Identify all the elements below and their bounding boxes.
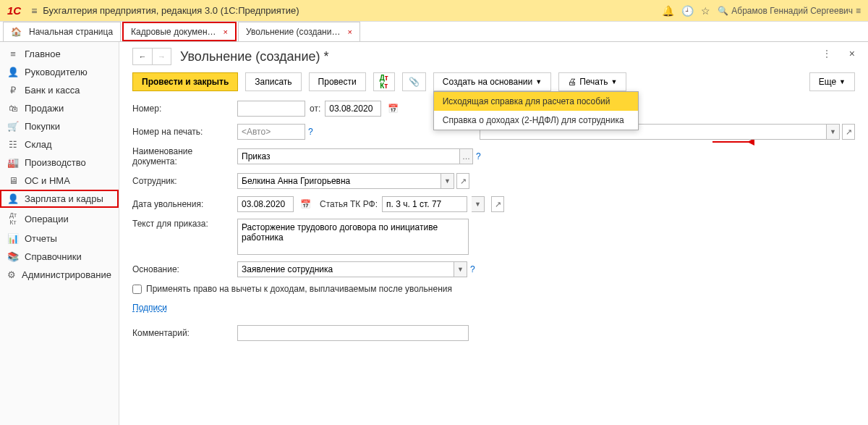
- bag-icon: 🛍: [7, 103, 19, 114]
- open-icon[interactable]: ↗: [456, 173, 469, 189]
- page-title: Увольнение (создание) *: [180, 49, 329, 64]
- sidebar-item-sales[interactable]: 🛍Продажи: [0, 99, 119, 117]
- tab-home[interactable]: 🏠 Начальная страница: [3, 22, 121, 41]
- sidebar: ≡Главное 👤Руководителю ₽Банк и касса 🛍Пр…: [0, 42, 119, 425]
- row-order-text: Текст для приказа:: [132, 219, 855, 255]
- menu-item-income-cert[interactable]: Справка о доходах (2-НДФЛ) для сотрудник…: [434, 111, 638, 130]
- person-icon: 👤: [7, 193, 19, 204]
- close-page-icon[interactable]: ×: [849, 48, 855, 59]
- label-dismiss-date: Дата увольнения:: [132, 199, 237, 209]
- row-dismiss-date: Дата увольнения: 📅 Статья ТК РФ: ▼ ↗: [132, 195, 855, 213]
- row-comment: Комментарий:: [132, 324, 855, 342]
- dropdown-icon[interactable]: ▼: [472, 196, 485, 212]
- hint-icon[interactable]: ?: [470, 264, 475, 274]
- sidebar-item-operations[interactable]: ДтКтОперации: [0, 208, 119, 230]
- employee-input[interactable]: [237, 173, 441, 189]
- printer-icon: 🖨: [568, 77, 576, 87]
- signatures-link[interactable]: Подписи: [132, 303, 167, 313]
- label-doc-name: Наименование документа:: [132, 146, 237, 167]
- post-button[interactable]: Провести: [309, 72, 366, 91]
- box-icon: ☷: [7, 139, 19, 150]
- sidebar-item-assets[interactable]: 🖥ОС и НМА: [0, 172, 119, 190]
- dropdown-icon[interactable]: ▼: [827, 124, 840, 140]
- sidebar-item-manager[interactable]: 👤Руководителю: [0, 63, 119, 81]
- hint-icon[interactable]: ?: [476, 151, 481, 161]
- sidebar-item-production[interactable]: 🏭Производство: [0, 153, 119, 172]
- label-from: от:: [310, 104, 320, 114]
- label-comment: Комментарий:: [132, 328, 237, 338]
- history-icon[interactable]: 🕘: [681, 5, 694, 17]
- home-icon: 🏠: [11, 27, 22, 37]
- number-input[interactable]: [237, 101, 305, 117]
- logo-1c: 1C: [7, 4, 21, 17]
- sidebar-item-catalogs[interactable]: 📚Справочники: [0, 248, 119, 266]
- nav-back-button[interactable]: ←: [133, 49, 152, 64]
- bell-icon[interactable]: 🔔: [662, 5, 674, 17]
- star-icon[interactable]: ☆: [701, 5, 710, 17]
- sidebar-item-bank[interactable]: ₽Банк и касса: [0, 81, 119, 99]
- nav-forward-button[interactable]: →: [152, 49, 171, 64]
- sidebar-item-warehouse[interactable]: ☷Склад: [0, 135, 119, 153]
- vdots-icon[interactable]: ⋮: [822, 48, 832, 59]
- calendar-icon[interactable]: 📅: [386, 101, 400, 117]
- sidebar-item-admin[interactable]: ⚙Администрирование: [0, 266, 119, 284]
- row-basis: Основание: ▼ ?: [132, 261, 855, 278]
- tab-dismissal[interactable]: Увольнение (создани… ×: [238, 22, 360, 41]
- dismiss-date-input[interactable]: [237, 196, 294, 212]
- tabs-bar: 🏠 Начальная страница Кадровые докумен… ×…: [0, 22, 868, 42]
- checkbox-label: Применять право на вычеты к доходам, вып…: [146, 284, 452, 294]
- print-button[interactable]: 🖨 Печать ▼: [558, 72, 626, 91]
- dtkt-button[interactable]: ДтКт: [373, 72, 395, 91]
- label-tk: Статья ТК РФ:: [320, 199, 378, 209]
- sidebar-item-main[interactable]: ≡Главное: [0, 45, 119, 63]
- open-icon[interactable]: ↗: [491, 196, 504, 212]
- comment-input[interactable]: [237, 325, 469, 341]
- label-print-number: Номер на печать:: [132, 127, 237, 137]
- doc-name-input[interactable]: [237, 148, 460, 164]
- menu-item-outgoing-cert[interactable]: Исходящая справка для расчета пособий: [434, 92, 638, 111]
- sidebar-item-hr[interactable]: 👤Зарплата и кадры: [0, 190, 119, 208]
- chart-icon: 📊: [7, 233, 19, 244]
- date-input[interactable]: [325, 101, 381, 117]
- ellipsis-icon[interactable]: …: [460, 148, 473, 164]
- content-area: ⋮ × ← → Увольнение (создание) * Провести…: [119, 42, 868, 425]
- sidebar-item-reports[interactable]: 📊Отчеты: [0, 230, 119, 248]
- cart-icon: 🛒: [7, 121, 19, 132]
- record-button[interactable]: Записать: [245, 72, 301, 91]
- row-employee: Сотрудник: ▼ ↗: [132, 172, 855, 190]
- tab-home-label: Начальная страница: [29, 27, 113, 37]
- calendar-icon[interactable]: 📅: [298, 196, 312, 212]
- post-close-button[interactable]: Провести и закрыть: [132, 72, 238, 91]
- deduction-checkbox[interactable]: [132, 285, 142, 294]
- more-button[interactable]: Еще ▼: [809, 72, 855, 91]
- attach-button[interactable]: 📎: [402, 72, 426, 91]
- dropdown-icon[interactable]: ▼: [454, 261, 467, 277]
- operations-icon: ДтКт: [7, 211, 19, 226]
- create-based-button[interactable]: Создать на основании ▼: [433, 72, 551, 91]
- row-doc-name: Наименование документа: … ?: [132, 146, 855, 167]
- computer-icon: 🖥: [7, 175, 19, 186]
- row-deduction-checkbox: Применять право на вычеты к доходам, вып…: [132, 284, 855, 294]
- tab-dismissal-label: Увольнение (создани…: [246, 27, 340, 37]
- sidebar-item-purchases[interactable]: 🛒Покупки: [0, 117, 119, 135]
- open-icon[interactable]: ↗: [842, 124, 855, 140]
- user-block[interactable]: 🔍 Абрамов Геннадий Сергеевич ≡: [718, 6, 861, 16]
- tab-hr-label: Кадровые докумен…: [131, 27, 216, 37]
- close-icon[interactable]: ×: [347, 28, 352, 36]
- clip-icon: 📎: [409, 77, 420, 87]
- gear-icon: ⚙: [7, 269, 16, 280]
- basis-input[interactable]: [237, 261, 454, 277]
- chevron-down-icon: ▼: [535, 78, 542, 85]
- tk-input[interactable]: [382, 196, 467, 212]
- menu-icon[interactable]: ≡: [31, 5, 37, 17]
- order-text-input[interactable]: [237, 219, 469, 255]
- app-header: 1C ≡ Бухгалтерия предприятия, редакция 3…: [0, 0, 868, 22]
- nav-arrows: ← →: [132, 48, 171, 65]
- print-number-input[interactable]: [237, 124, 305, 140]
- hint-icon[interactable]: ?: [308, 127, 313, 137]
- factory-icon: 🏭: [7, 157, 19, 168]
- dropdown-icon[interactable]: ▼: [441, 173, 454, 189]
- books-icon: 📚: [7, 251, 19, 262]
- tab-hr-docs[interactable]: Кадровые докумен… ×: [122, 22, 237, 41]
- close-icon[interactable]: ×: [224, 28, 228, 36]
